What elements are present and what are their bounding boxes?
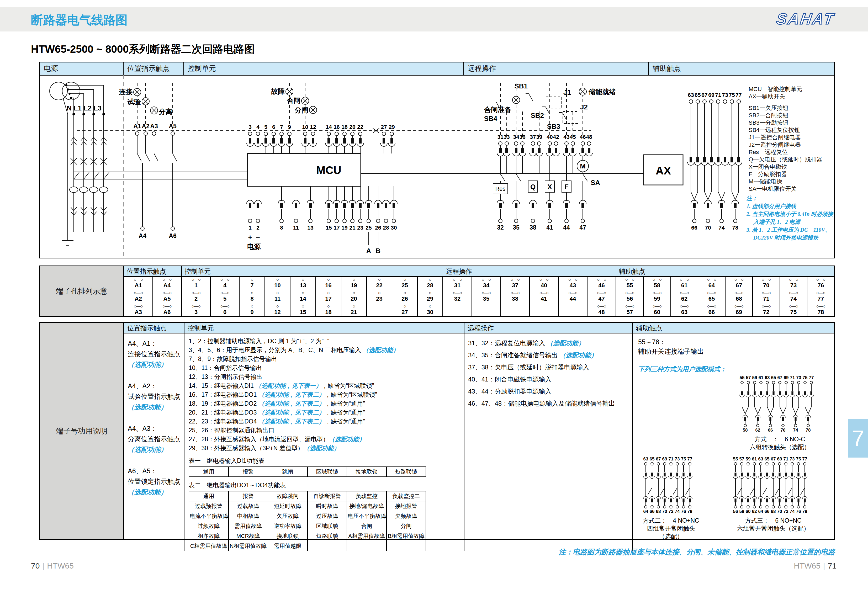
terminal-number: 58	[644, 282, 670, 289]
do-table-title: 表二 继电器输出DO1～DO4功能表	[189, 481, 464, 489]
terminal-number: 41	[530, 295, 558, 302]
terminal-cell: ○20	[341, 290, 366, 304]
svg-text:3. 若 1、2 工作电压为 DC 110V、: 3. 若 1、2 工作电压为 DC 110V、	[746, 227, 831, 233]
svg-text:39: 39	[536, 134, 542, 140]
item-text-post: ，缺省为“区域联锁”	[325, 391, 377, 398]
terminal-cell: ○—○43	[559, 277, 587, 290]
svg-text:66: 66	[650, 509, 655, 514]
svg-text:A1: A1	[133, 123, 141, 130]
single-contact-icon: ○	[341, 291, 366, 295]
di1-cell: 接地联锁	[347, 467, 387, 477]
svg-text:13: 13	[307, 224, 313, 230]
pair-contact-icon: ○—○	[530, 277, 558, 282]
do-cell: 相序故障	[189, 531, 229, 541]
optional-tag: （选配功能，见下表二）	[258, 391, 325, 398]
optional-tag: （选配功能，见下表一）	[255, 382, 322, 389]
svg-text:75: 75	[681, 457, 686, 462]
f-coil-label: F	[564, 183, 568, 191]
terminal-cell: ○—○41	[530, 290, 558, 304]
svg-text:15: 15	[326, 224, 332, 230]
do-function-table: 通用报警故障跳闸自诊断报警负载监控负载监控二过载预报警过载故障短延时故障瞬时故障…	[189, 491, 426, 551]
remote-function-item: 34、35：合闸准备就绪信号输出 （选配功能）	[468, 349, 632, 361]
terminal-cell: ○21	[341, 304, 366, 317]
position-function-item: A4、A3：分离位置指示触点（选配功能）	[128, 423, 184, 455]
terminal-number: 66	[698, 309, 725, 316]
do-cell	[307, 541, 347, 551]
terminal-number: 70	[753, 282, 779, 289]
terminal-cell: ○—○2	[182, 290, 210, 304]
schematic-notes: 注：1. 虚线部分用户接线2. 当主回路电流小于 0.4In 时必须接 入端子孔…	[746, 195, 834, 241]
do-cell: 欠频故障	[387, 511, 426, 521]
svg-text:78: 78	[732, 224, 738, 230]
terminal-cell: ○—○73	[780, 277, 807, 290]
svg-text:2. 当主回路电流小于 0.4In 时必须接: 2. 当主回路电流小于 0.4In 时必须接	[746, 211, 834, 217]
optional-tag: （选配功能，见下表二）	[258, 400, 325, 407]
sb4-label: SB4	[484, 115, 497, 123]
terminal-cell: ○22	[367, 277, 392, 290]
sb2-label: SB2	[531, 112, 544, 120]
do-cell: 电流不平衡故障	[189, 511, 229, 521]
terminal-number: 13	[291, 282, 315, 289]
optional-tag: （选配功能）	[547, 340, 585, 347]
single-contact-icon: ○	[392, 291, 417, 295]
terminal-column: ○—○A1○—○A2○—○A3	[124, 277, 153, 317]
do-cell: C相需用值故障	[189, 541, 229, 551]
terminal-number: 56	[616, 295, 643, 302]
terminal-number: 44	[559, 295, 587, 302]
terminal-cell: ○—○65	[698, 290, 725, 304]
do-cell: 需用值故障	[229, 521, 268, 531]
j2-label: J2	[580, 103, 588, 111]
svg-text:71: 71	[669, 457, 673, 462]
pair-contact-icon: ○—○	[807, 304, 834, 309]
svg-text:68: 68	[771, 509, 776, 514]
terminal-column: ○—○58○—○59○—○60	[644, 277, 671, 317]
svg-text:45: 45	[570, 134, 576, 140]
di1-table-title: 表一 继电器输入DI1功能表	[189, 457, 464, 465]
single-contact-icon: ○	[341, 277, 366, 282]
terminal-cell: ○—○A4	[153, 277, 181, 290]
phase-label-l3: L3	[94, 104, 102, 112]
control-function-item: 22、23：继电器输出DO4 （选配功能，见下表二），缺省为“通用”	[189, 417, 464, 426]
terminal-number: 6	[211, 309, 239, 316]
svg-text:2: 2	[256, 224, 260, 230]
svg-text:AX一辅助开关: AX一辅助开关	[748, 93, 785, 100]
terminal-number: 68	[726, 295, 752, 302]
control-function-item: 27、28：外接互感器输入（地电流返回型、漏电型）（选配功能）	[189, 435, 464, 444]
pair-contact-icon: ○—○	[753, 291, 779, 295]
svg-text:7: 7	[280, 124, 283, 130]
svg-text:73: 73	[796, 375, 802, 380]
svg-text:A4: A4	[139, 232, 146, 239]
item-text: 10、11：合闸指示信号输出	[189, 365, 262, 371]
svg-text:22: 22	[357, 124, 363, 130]
terminal-number: A6	[153, 309, 181, 316]
terminal-number: 1	[182, 282, 210, 289]
brand-logo: SAHAT	[775, 10, 836, 28]
control-function-item: 18、19：继电器输出DO2 （选配功能，见下表二），缺省为“通用”	[189, 399, 464, 408]
polarity-plus: +	[248, 233, 252, 241]
terminal-number: A4	[153, 282, 181, 289]
lamp-label-test: 试验	[127, 98, 141, 106]
do-cell: A相需用值故障	[347, 531, 387, 541]
terminal-cell: ○—○32	[443, 290, 471, 304]
fn-col-control: 1、2：控制器辅助电源输入，DC 则 1 为“+”、2 为“−”3、4、5、6：…	[185, 334, 464, 551]
remote-function-item: 31、32：远程复位电源输入 （选配功能）	[468, 337, 632, 349]
terminal-cell: ○—○57	[616, 304, 643, 317]
svg-text:55: 55	[740, 375, 745, 380]
item-text-post: ，缺省为“通用”	[325, 400, 365, 407]
item-text: 43、44：分励脱扣器电源输入	[468, 388, 551, 395]
aux-desc: 辅助开关连接端子输出	[638, 347, 834, 356]
terminal-cell: ○—○48	[588, 304, 616, 317]
do-cell: N相需用值故障	[229, 541, 268, 551]
optional-tag: （选配功能，见下表二）	[258, 409, 325, 416]
mode-caption: 方式二： 4 NO+NC	[642, 517, 700, 524]
terminal-cell: ○—○58	[644, 277, 670, 290]
item-text-post: ，缺省为“通用”	[325, 418, 365, 425]
pair-contact-icon: ○—○	[588, 304, 616, 309]
item-text: 40、41：闭合电磁铁电源输入	[468, 376, 551, 383]
svg-text:70: 70	[662, 509, 667, 514]
svg-text:9: 9	[288, 124, 291, 130]
svg-text:A2: A2	[142, 123, 149, 130]
svg-text:16: 16	[334, 124, 340, 130]
svg-text:41: 41	[546, 224, 553, 231]
terminal-cell: ○—○77	[807, 290, 834, 304]
